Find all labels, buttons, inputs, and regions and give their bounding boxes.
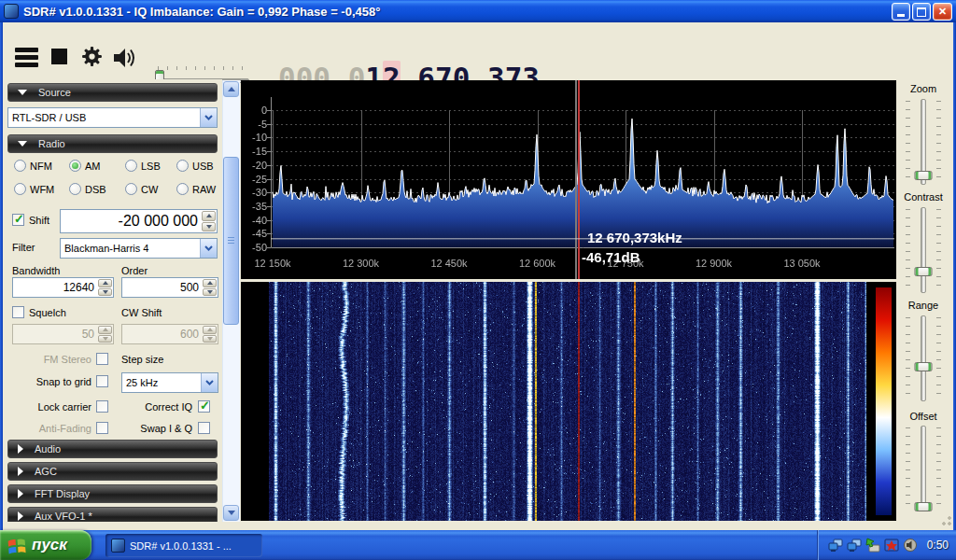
network-icon[interactable]	[828, 538, 843, 553]
spin-up-button[interactable]	[202, 211, 216, 221]
start-button[interactable]: пуск	[0, 530, 91, 560]
spin-down-button[interactable]	[203, 288, 217, 297]
step-size-select[interactable]: 25 kHz	[121, 372, 218, 393]
mode-label-cw[interactable]: CW	[141, 184, 158, 195]
cw-shift-value: 600	[122, 328, 202, 341]
source-panel-title: Source	[38, 87, 71, 98]
shift-input[interactable]: -20 000 000	[60, 209, 218, 233]
correct-iq-checkbox[interactable]	[198, 400, 210, 413]
dropdown-button[interactable]	[200, 108, 217, 127]
swap-iq-label[interactable]: Swap I & Q	[121, 423, 192, 434]
offset-slider[interactable]	[904, 426, 943, 511]
offset-slider-thumb[interactable]	[915, 502, 933, 511]
range-slider-thumb[interactable]	[915, 362, 933, 371]
offset-slider-label: Offset	[897, 411, 949, 422]
zoom-slider-thumb[interactable]	[915, 171, 933, 180]
slider-track[interactable]	[921, 426, 926, 511]
resize-grip[interactable]	[941, 515, 952, 526]
fft-display-panel-header[interactable]: FFT Display	[7, 484, 218, 503]
mode-label-dsb[interactable]: DSB	[85, 184, 106, 195]
aux-vfo-panel-title: Aux VFO-1 *	[35, 511, 92, 522]
bandwidth-value[interactable]: 12640	[13, 281, 97, 294]
shift-label[interactable]: Shift	[29, 215, 49, 226]
source-panel-header[interactable]: Source	[7, 83, 218, 102]
slider-ticks	[906, 317, 910, 399]
sidebar-scrollbar[interactable]	[222, 80, 240, 522]
mode-label-wfm[interactable]: WFM	[30, 184, 54, 195]
slider-track[interactable]	[921, 207, 926, 293]
shift-checkbox[interactable]	[12, 214, 24, 226]
sdr-sharp-window: SDR# v1.0.0.1331 - IQ Imbalance: Gain = …	[0, 0, 956, 560]
source-device-select[interactable]: RTL-SDR / USB	[7, 107, 218, 128]
order-input[interactable]: 500	[121, 277, 218, 298]
radio-panel-header[interactable]: Radio	[7, 134, 218, 153]
window-title: SDR# v1.0.0.1331 - IQ Imbalance: Gain = …	[23, 5, 380, 19]
spin-down-button[interactable]	[98, 288, 112, 297]
squelch-label[interactable]: Squelch	[29, 307, 66, 318]
stop-button[interactable]	[51, 49, 67, 64]
network-icon[interactable]	[847, 538, 862, 553]
aux-vfo-panel-header[interactable]: Aux VFO-1 *	[7, 507, 218, 522]
shift-value[interactable]: -20 000 000	[61, 213, 201, 230]
menu-button[interactable]	[15, 48, 38, 67]
mode-radio-dsb[interactable]	[69, 183, 81, 195]
audio-panel-header[interactable]: Audio	[7, 440, 218, 458]
bandwidth-input[interactable]: 12640	[12, 277, 114, 298]
mode-label-lsb[interactable]: LSB	[141, 161, 161, 172]
squelch-checkbox[interactable]	[12, 306, 24, 318]
range-slider[interactable]	[904, 315, 943, 401]
scroll-down-button[interactable]	[223, 505, 239, 521]
agc-panel-header[interactable]: AGC	[7, 462, 218, 481]
restore-button[interactable]	[912, 3, 931, 21]
mode-radio-raw[interactable]	[176, 183, 189, 195]
bandwidth-label: Bandwidth	[12, 265, 60, 276]
spin-up-button[interactable]	[203, 279, 217, 287]
contrast-slider-thumb[interactable]	[915, 267, 933, 276]
spin-up-button[interactable]	[98, 279, 112, 287]
volume-tray-icon[interactable]	[903, 538, 918, 553]
close-button[interactable]: ✕	[933, 3, 952, 21]
scrollbar-thumb[interactable]	[223, 157, 239, 325]
safely-remove-icon[interactable]	[865, 538, 880, 553]
mode-label-raw[interactable]: RAW	[192, 184, 216, 195]
spin-down-button	[203, 335, 217, 343]
snap-to-grid-checkbox[interactable]	[96, 375, 108, 387]
dropdown-button[interactable]	[200, 239, 217, 258]
mode-radio-wfm[interactable]	[14, 183, 26, 195]
mode-label-am[interactable]: AM	[85, 161, 101, 172]
close-icon: ✕	[938, 6, 947, 18]
lock-carrier-checkbox[interactable]	[96, 400, 108, 413]
settings-button[interactable]	[80, 45, 104, 70]
swap-iq-checkbox[interactable]	[198, 422, 210, 434]
sdr-app-tray-icon[interactable]	[884, 538, 899, 553]
minimize-button[interactable]	[892, 3, 910, 21]
mode-radio-nfm[interactable]	[14, 160, 26, 172]
filter-select[interactable]: Blackman-Harris 4	[60, 238, 218, 259]
filter-label: Filter	[12, 242, 35, 253]
agc-panel-title: AGC	[35, 466, 57, 477]
order-value[interactable]: 500	[122, 281, 202, 294]
lock-carrier-label[interactable]: Lock carrier	[12, 401, 91, 413]
mode-radio-lsb[interactable]	[125, 160, 137, 172]
slider-ticks	[906, 427, 910, 510]
mode-label-nfm[interactable]: NFM	[30, 161, 52, 172]
mode-label-usb[interactable]: USB	[192, 161, 214, 172]
taskbar-item-sdrsharp[interactable]: SDR# v1.0.0.1331 - ...	[105, 534, 262, 557]
mode-radio-am[interactable]	[69, 160, 81, 172]
spectrum-canvas[interactable]	[241, 80, 896, 279]
dropdown-button[interactable]	[201, 373, 218, 392]
spin-down-button[interactable]	[202, 222, 216, 232]
volume-button[interactable]	[113, 47, 137, 71]
cw-shift-spinner	[202, 325, 218, 343]
contrast-slider-label: Contrast	[897, 191, 949, 203]
mode-radio-usb[interactable]	[176, 160, 189, 172]
waterfall-canvas[interactable]	[241, 282, 896, 521]
scroll-up-button[interactable]	[223, 81, 239, 97]
mode-radio-cw[interactable]	[125, 183, 137, 195]
correct-iq-label[interactable]: Correct IQ	[121, 401, 192, 413]
squelch-value: 50	[13, 328, 97, 341]
snap-to-grid-label[interactable]: Snap to grid	[12, 376, 91, 387]
slider-track[interactable]	[921, 315, 926, 401]
zoom-slider[interactable]	[904, 99, 943, 185]
contrast-slider[interactable]	[904, 207, 943, 293]
